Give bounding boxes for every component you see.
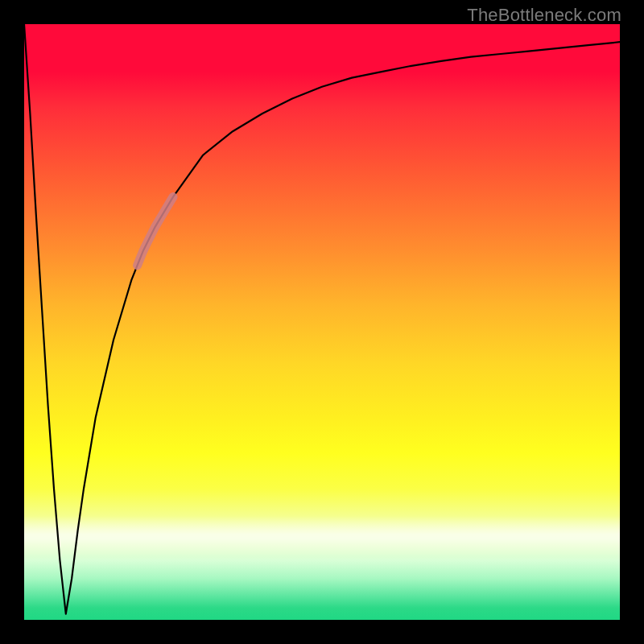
watermark-text: TheBottleneck.com — [467, 5, 621, 26]
chart-frame: TheBottleneck.com — [0, 0, 644, 644]
plot-area — [24, 24, 620, 620]
curve-layer — [24, 24, 620, 620]
curve-highlight — [138, 197, 173, 266]
bottleneck-curve — [24, 24, 620, 614]
